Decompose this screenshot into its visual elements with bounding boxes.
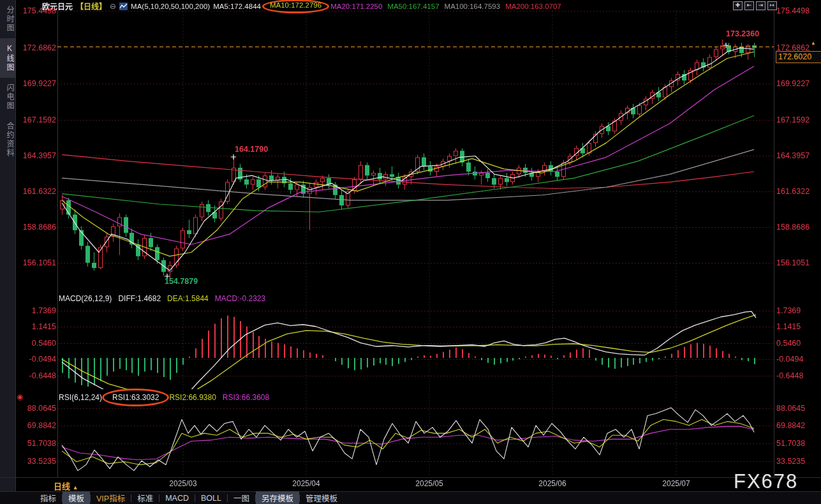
drawing-anchor-icon: ◉ bbox=[17, 392, 23, 401]
macd-axis-label-r-2: 0.5460 bbox=[776, 339, 801, 348]
price-axis-label-r-5: 161.6322 bbox=[776, 187, 810, 196]
macd-axis-label-l-3: -0.0494 bbox=[17, 355, 56, 364]
macd-axis-label-l-0: 1.7369 bbox=[17, 306, 56, 315]
annotation-swing-high: 164.1790 bbox=[235, 145, 268, 154]
collapse-icon[interactable]: ⊖ bbox=[110, 2, 116, 11]
bottom-toolbar: 指标模板VIP指标标准MACDBOLL一图另存模板管理模板 bbox=[0, 492, 821, 504]
rsi-axis-label-l-2: 51.7038 bbox=[17, 439, 56, 448]
date-label-2025/03: 2025/03 bbox=[163, 479, 203, 488]
toolbar-item-一图[interactable]: 一图 bbox=[228, 491, 255, 504]
ma-value-ma200: MA200:163.0707 bbox=[505, 3, 561, 10]
macd-dea-value: DEA:1.5844 bbox=[167, 294, 209, 303]
macd-axis-label-l-4: -0.6448 bbox=[17, 371, 56, 380]
price-axis-label-r-3: 167.1592 bbox=[776, 115, 810, 124]
ma-value-ma10: MA10:172.2796 bbox=[262, 0, 329, 13]
price-axis-label-l-0: 175.4498 bbox=[17, 6, 56, 15]
window-icons: ✚⇤⇥↦ bbox=[733, 1, 777, 10]
macd-axis-label-r-3: -0.0494 bbox=[776, 355, 803, 364]
chart-header: 欧元日元 【日线】 ⊖ MA(5,10,20,50,100,200) MA5:1… bbox=[42, 1, 561, 11]
rsi1-value: RSI1:63.3032 bbox=[102, 389, 169, 406]
toolbar-item-标准[interactable]: 标准 bbox=[131, 491, 159, 504]
date-label-2025/05: 2025/05 bbox=[409, 479, 450, 488]
watermark: FX678 bbox=[734, 470, 798, 493]
timeframe-tab[interactable]: 日线 ▲ bbox=[54, 480, 78, 492]
rsi-axis-label-l-1: 69.8842 bbox=[17, 421, 56, 430]
ma-value-ma20: MA20:171.2250 bbox=[330, 3, 382, 10]
rsi3-value: RSI3:66.3608 bbox=[223, 393, 269, 402]
chart-type-icon bbox=[119, 3, 128, 10]
price-axis-label-l-4: 164.3957 bbox=[17, 151, 56, 160]
window-tool-icon-3[interactable]: ↦ bbox=[767, 1, 777, 10]
macd-axis-label-r-1: 1.1415 bbox=[776, 322, 801, 331]
date-label-2025/07: 2025/07 bbox=[656, 479, 697, 488]
ma-value-ma5: MA5:172.4844 bbox=[213, 3, 261, 10]
toolbar-item-BOLL[interactable]: BOLL bbox=[195, 493, 227, 503]
price-axis-label-r-6: 158.8686 bbox=[776, 223, 810, 232]
price-axis-label-l-5: 161.6322 bbox=[17, 187, 56, 196]
sidebar-tab-分时图[interactable]: 分时图 bbox=[0, 0, 15, 38]
macd-name: MACD(26,12,9) bbox=[59, 294, 112, 303]
price-axis-label-r-7: 156.1051 bbox=[776, 258, 810, 267]
rsi2-value: RSI2:66.9380 bbox=[169, 393, 216, 402]
toolbar-item-管理模板[interactable]: 管理模板 bbox=[300, 491, 343, 504]
price-up-arrow: ▲ bbox=[811, 41, 816, 46]
rsi-axis-label-r-2: 51.7038 bbox=[776, 439, 805, 448]
price-axis-label-l-2: 169.9227 bbox=[17, 79, 56, 88]
macd-diff-value: DIFF:1.4682 bbox=[118, 294, 161, 303]
rsi-axis-label-r-0: 88.0645 bbox=[776, 404, 805, 413]
rsi-header: RSI(6,12,24) RSI1:63.3032 RSI2:66.9380 R… bbox=[59, 393, 269, 402]
window-tool-icon-1[interactable]: ⇤ bbox=[744, 1, 754, 10]
price-axis-label-r-0: 175.4498 bbox=[776, 6, 810, 15]
toolbar-item-指标[interactable]: 指标 bbox=[34, 491, 62, 504]
price-axis-label-r-2: 169.9227 bbox=[776, 79, 810, 88]
macd-header: MACD(26,12,9) DIFF:1.4682 DEA:1.5844 MAC… bbox=[59, 294, 265, 303]
ma-value-ma100: MA100:164.7593 bbox=[445, 3, 501, 10]
chart-canvas[interactable] bbox=[0, 0, 821, 504]
annotation-high: 173.2360 bbox=[726, 29, 759, 38]
sidebar-tab-闪电图[interactable]: 闪电图 bbox=[0, 78, 15, 116]
macd-axis-label-l-1: 1.1415 bbox=[17, 322, 56, 331]
sidebar-tab-合约资料[interactable]: 合约资料 bbox=[0, 116, 15, 163]
window-tool-icon-2[interactable]: ⇥ bbox=[756, 1, 766, 10]
macd-axis-label-r-0: 1.7369 bbox=[776, 306, 801, 315]
date-row-divider bbox=[0, 477, 821, 478]
last-price-tag: 172.6020 bbox=[776, 51, 821, 63]
toolbar-item-另存模板[interactable]: 另存模板 bbox=[256, 491, 299, 504]
macd-axis-label-l-2: 0.5460 bbox=[17, 339, 56, 348]
price-axis-label-l-6: 158.8686 bbox=[17, 223, 56, 232]
rsi-name: RSI(6,12,24) bbox=[59, 393, 102, 402]
toolbar-item-模板[interactable]: 模板 bbox=[63, 491, 90, 504]
macd-macd-value: MACD:-0.2323 bbox=[215, 294, 265, 303]
ma-value-ma50: MA50:167.4157 bbox=[387, 3, 439, 10]
period-label: 【日线】 bbox=[76, 1, 107, 11]
window-tool-icon-0[interactable]: ✚ bbox=[733, 1, 743, 10]
toolbar-item-VIP指标[interactable]: VIP指标 bbox=[91, 491, 131, 504]
left-sidebar: 分时图K线图闪电图合约资料 bbox=[0, 0, 16, 491]
price-axis-label-r-4: 164.3957 bbox=[776, 151, 810, 160]
ma-settings-label: MA(5,10,20,50,100,200) bbox=[131, 3, 210, 10]
price-axis-label-l-1: 172.6862 bbox=[17, 43, 56, 52]
sidebar-tab-K线图[interactable]: K线图 bbox=[0, 38, 15, 78]
price-axis-label-l-7: 156.1051 bbox=[17, 258, 56, 267]
timeframe-arrow-icon: ▲ bbox=[73, 484, 78, 491]
timeframe-label: 日线 bbox=[54, 482, 70, 491]
rsi-axis-label-l-0: 88.0645 bbox=[17, 404, 56, 413]
date-label-2025/06: 2025/06 bbox=[532, 479, 573, 488]
rsi-axis-label-r-3: 33.5235 bbox=[776, 457, 805, 466]
toolbar-item-MACD[interactable]: MACD bbox=[159, 493, 195, 503]
rsi-axis-label-r-1: 69.8842 bbox=[776, 421, 805, 430]
price-axis-label-l-3: 167.1592 bbox=[17, 115, 56, 124]
annotation-low: 154.7879 bbox=[165, 277, 198, 286]
macd-axis-label-r-4: -0.6448 bbox=[776, 371, 803, 380]
date-label-2025/04: 2025/04 bbox=[286, 479, 327, 488]
rsi-axis-label-l-3: 33.5235 bbox=[17, 457, 56, 466]
